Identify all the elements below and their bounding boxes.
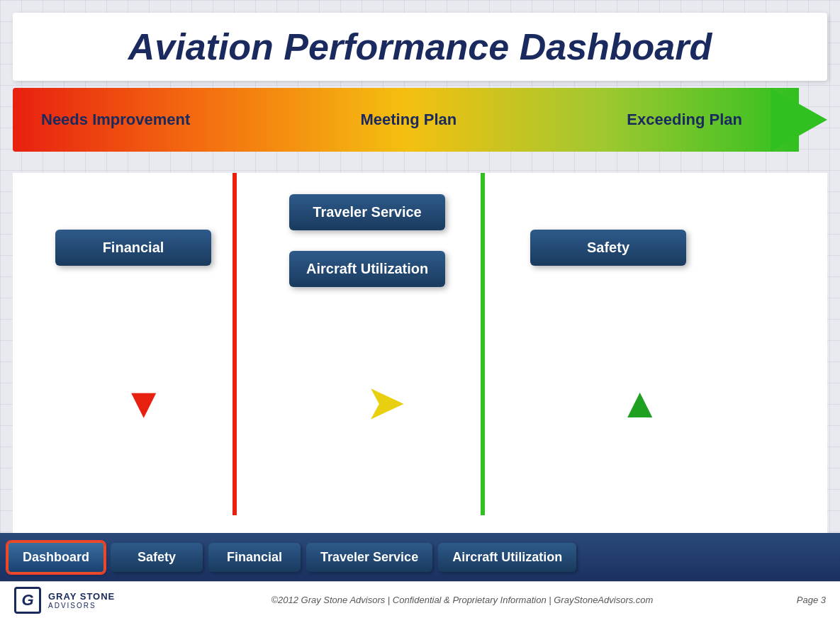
- metric-box-financial[interactable]: Financial: [55, 230, 211, 266]
- spectrum-labels: Needs Improvement Meeting Plan Exceeding…: [13, 88, 771, 152]
- nav-bar: Dashboard Safety Financial Traveler Serv…: [0, 533, 840, 581]
- page-title: Aviation Performance Dashboard: [34, 26, 806, 68]
- title-section: Aviation Performance Dashboard: [13, 13, 827, 81]
- label-exceeding-plan: Exceeding Plan: [627, 111, 742, 129]
- label-meeting-plan: Meeting Plan: [360, 111, 457, 129]
- logo-line1: GRAY STONE: [48, 591, 115, 602]
- main-content: Financial Traveler Service Aircraft Util…: [13, 173, 827, 533]
- spectrum-section: Needs Improvement Meeting Plan Exceeding…: [13, 88, 827, 173]
- divider-green: [481, 173, 485, 515]
- footer-copyright: ©2012 Gray Stone Advisors | Confidential…: [128, 595, 797, 605]
- footer-logo: G GRAY STONE ADVISORS: [14, 587, 128, 614]
- nav-aircraft-utilization[interactable]: Aircraft Utilization: [438, 543, 576, 572]
- footer-page: Page 3: [797, 595, 826, 605]
- arrow-head: [771, 88, 827, 152]
- metric-box-aircraft-utilization[interactable]: Aircraft Utilization: [289, 251, 445, 287]
- logo-line2: ADVISORS: [48, 602, 115, 609]
- nav-financial[interactable]: Financial: [208, 543, 301, 572]
- trend-arrow-right: ➤: [367, 378, 403, 428]
- nav-safety[interactable]: Safety: [111, 543, 203, 572]
- divider-red: [233, 173, 237, 515]
- trend-arrow-up: ▲: [619, 378, 661, 427]
- label-needs-improvement: Needs Improvement: [41, 111, 190, 129]
- nav-traveler-service[interactable]: Traveler Service: [306, 543, 432, 572]
- page-wrapper: Aviation Performance Dashboard Needs Imp…: [0, 0, 840, 618]
- metric-box-traveler-service[interactable]: Traveler Service: [289, 194, 445, 230]
- logo-icon: G: [14, 587, 41, 614]
- metric-box-safety[interactable]: Safety: [530, 230, 686, 266]
- footer: G GRAY STONE ADVISORS ©2012 Gray Stone A…: [0, 581, 840, 618]
- nav-dashboard[interactable]: Dashboard: [7, 541, 105, 573]
- trend-arrow-down: ▼: [123, 378, 164, 427]
- logo-text: GRAY STONE ADVISORS: [48, 591, 115, 609]
